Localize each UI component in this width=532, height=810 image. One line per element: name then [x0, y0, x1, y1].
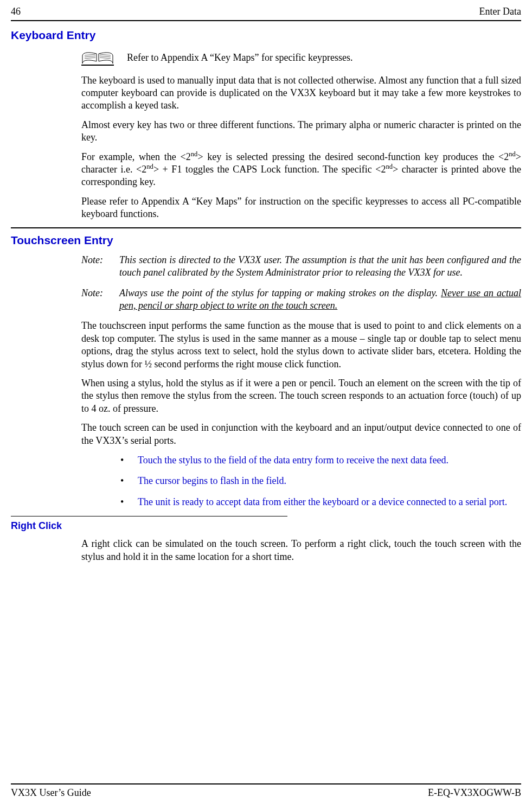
- page-footer: VX3X User’s Guide E-EQ-VX3XOGWW-B: [11, 783, 521, 799]
- bullet-item: The cursor begins to flash in the field.: [120, 474, 521, 487]
- note-2: Note: Always use the point of the stylus…: [81, 287, 521, 312]
- page-header: 46 Enter Data: [11, 5, 521, 18]
- note-label: Note:: [81, 287, 119, 312]
- refer-text: Refer to Appendix A “Key Maps” for speci…: [127, 52, 352, 64]
- section-touchscreen-entry: Touchscreen Entry Note: This section is …: [11, 233, 521, 508]
- footer-left: VX3X User’s Guide: [11, 787, 91, 799]
- section-keyboard-entry: Keyboard Entry Refer to Appendix A “Key …: [11, 28, 521, 220]
- heading-keyboard-entry: Keyboard Entry: [11, 28, 521, 42]
- rightclick-p1: A right click can be simulated on the to…: [81, 538, 521, 563]
- note-1: Note: This section is directed to the VX…: [81, 254, 521, 279]
- refer-row: Refer to Appendix A “Key Maps” for speci…: [81, 49, 521, 67]
- half-rule: [11, 516, 287, 516]
- section-right-click: Right Click A right click can be simulat…: [11, 520, 521, 563]
- keyboard-p3: For example, when the <2nd> key is selec…: [81, 151, 521, 189]
- keyboard-p2: Almost every key has two or three differ…: [81, 119, 521, 144]
- note-1-body: This section is directed to the VX3X use…: [119, 254, 521, 279]
- note-label: Note:: [81, 254, 119, 279]
- bullet-item: The unit is ready to accept data from ei…: [120, 495, 521, 508]
- page-number: 46: [11, 5, 21, 18]
- keyboard-p4: Please refer to Appendix A “Key Maps” fo…: [81, 195, 521, 221]
- chapter-title: Enter Data: [479, 5, 521, 18]
- note-2-body: Always use the point of the stylus for t…: [119, 287, 521, 312]
- touch-p3: The touch screen can be used in conjunct…: [81, 422, 521, 447]
- bullet-item: Touch the stylus to the field of the dat…: [120, 454, 521, 467]
- touch-p1: The touchscreen input performs the same …: [81, 320, 521, 371]
- footer-right: E-EQ-VX3XOGWW-B: [428, 787, 521, 799]
- section-rule-1: [11, 227, 521, 228]
- heading-touchscreen-entry: Touchscreen Entry: [11, 233, 521, 247]
- book-icon: [81, 49, 114, 67]
- keyboard-p1: The keyboard is used to manually input d…: [81, 74, 521, 112]
- footer-rule: [11, 783, 521, 785]
- bullet-list: Touch the stylus to the field of the dat…: [81, 454, 521, 508]
- header-rule: [11, 20, 521, 21]
- touch-p2: When using a stylus, hold the stylus as …: [81, 377, 521, 415]
- heading-right-click: Right Click: [11, 520, 521, 532]
